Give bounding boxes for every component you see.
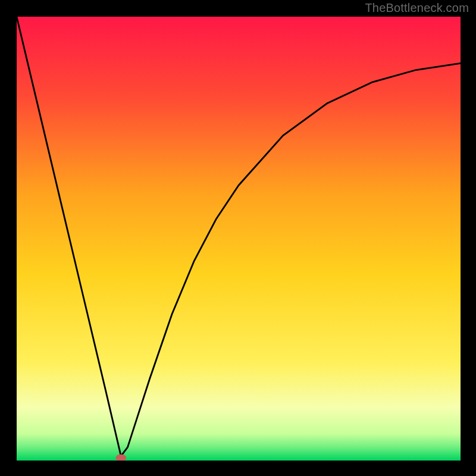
- chart-svg: [17, 17, 461, 461]
- chart-frame: TheBottleneck.com: [0, 0, 476, 476]
- plot-area: [17, 17, 461, 461]
- watermark-text: TheBottleneck.com: [365, 1, 469, 15]
- gradient-background: [17, 17, 461, 461]
